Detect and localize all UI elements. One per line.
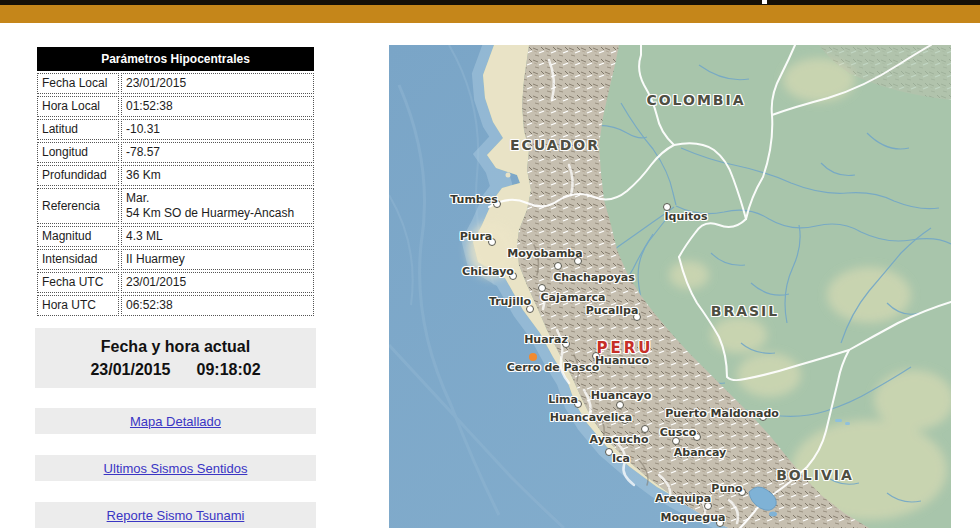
table-row: Referencia Mar. 54 Km SO de Huarmey-Anca… [37, 188, 314, 224]
peru-map: ECUADORCOLOMBIABRASILBOLIVIAPERUTumbesPi… [389, 45, 951, 528]
country-label-colombia: COLOMBIA [646, 92, 745, 108]
hypocentral-parameters-table: Parámetros Hipocentrales Fecha Local 23/… [35, 45, 316, 318]
row-label: Latitud [37, 119, 119, 140]
table-row: Magnitud 4.3 ML [37, 226, 314, 247]
city-label-trujillo: Trujillo [489, 295, 531, 308]
row-value: -10.31 [121, 119, 314, 140]
row-label: Fecha UTC [37, 272, 119, 293]
city-label-huancayo: Huancayo [591, 389, 652, 402]
table-row: Fecha UTC 23/01/2015 [37, 272, 314, 293]
table-title: Parámetros Hipocentrales [37, 47, 314, 71]
row-label: Intensidad [37, 249, 119, 270]
city-dot-moyobamba [554, 262, 562, 270]
city-label-cajamarca: Cajamarca [541, 291, 606, 304]
city-label-chachapoyas: Chachapoyas [553, 271, 635, 284]
nav-link[interactable]: Reporte Sismo Tsunami [107, 508, 245, 523]
city-label-iquitos: Iquitos [665, 210, 708, 223]
row-value: 4.3 ML [121, 226, 314, 247]
nav-link[interactable]: Ultimos Sismos Sentidos [104, 461, 248, 476]
city-label-puno: Puno [711, 482, 742, 495]
city-label-lima: Lima [548, 393, 578, 406]
link-bar: Mapa Detallado [35, 408, 316, 434]
row-label: Hora UTC [37, 295, 119, 316]
city-label-huanuco: Huanuco [595, 354, 649, 367]
datetime-value: 23/01/201509:18:02 [35, 361, 316, 379]
row-value: 36 Km [121, 165, 314, 186]
top-orange-bar [0, 5, 980, 23]
row-value: 23/01/2015 [121, 272, 314, 293]
link-bar: Reporte Sismo Tsunami [35, 502, 316, 528]
city-label-chiclayo: Chiclayo [462, 265, 514, 278]
row-label: Magnitud [37, 226, 119, 247]
table-row: Hora UTC 06:52:38 [37, 295, 314, 316]
city-label-puerto-maldonado: Puerto Maldonado [665, 407, 779, 420]
city-label-huancavelica: Huancavelica [550, 411, 632, 424]
row-label: Fecha Local [37, 73, 119, 94]
row-value: -78.57 [121, 142, 314, 163]
city-label-moyobamba: Moyobamba [507, 247, 582, 260]
city-dot-huancayo [616, 401, 624, 409]
links-column: Mapa Detallado Ultimos Sismos Sentidos R… [35, 408, 316, 528]
table-row: Latitud -10.31 [37, 119, 314, 140]
city-dot-chachapoyas [574, 257, 582, 265]
table-row: Fecha Local 23/01/2015 [37, 73, 314, 94]
table-row: Hora Local 01:52:38 [37, 96, 314, 117]
row-label: Referencia [37, 188, 119, 224]
city-dot-abancay [672, 437, 680, 445]
current-datetime-box: Fecha y hora actual 23/01/201509:18:02 [35, 328, 316, 388]
current-time: 09:18:02 [197, 361, 261, 378]
country-label-brasil: BRASIL [711, 303, 780, 319]
row-label: Hora Local [37, 96, 119, 117]
datetime-heading: Fecha y hora actual [35, 338, 316, 356]
row-label: Profundidad [37, 165, 119, 186]
city-label-moquegua: Moquegua [661, 511, 726, 524]
row-value: 06:52:38 [121, 295, 314, 316]
row-value: 23/01/2015 [121, 73, 314, 94]
city-label-pucallpa: Pucallpa [586, 304, 639, 317]
row-label: Longitud [37, 142, 119, 163]
city-label-piura: Piura [460, 230, 493, 243]
current-date: 23/01/2015 [90, 361, 170, 378]
country-label-bolivia: BOLIVIA [776, 467, 854, 483]
country-label-ecuador: ECUADOR [510, 137, 600, 153]
city-label-tumbes: Tumbes [450, 193, 497, 206]
city-label-huaraz: Huaraz [524, 333, 568, 346]
map-labels-overlay: ECUADORCOLOMBIABRASILBOLIVIAPERUTumbesPi… [389, 45, 951, 528]
link-bar: Ultimos Sismos Sentidos [35, 455, 316, 481]
epicenter-marker [529, 353, 537, 361]
table-row: Longitud -78.57 [37, 142, 314, 163]
seismic-report-page: Parámetros Hipocentrales Fecha Local 23/… [0, 0, 980, 528]
row-value: II Huarmey [121, 249, 314, 270]
city-label-cerro-de-pasco: Cerro de Pasco [507, 361, 600, 374]
text-cursor-mark [762, 0, 767, 4]
city-label-abancay: Abancay [674, 446, 726, 459]
nav-link[interactable]: Mapa Detallado [130, 414, 221, 429]
city-label-arequipa: Arequipa [655, 492, 711, 505]
table-row: Intensidad II Huarmey [37, 249, 314, 270]
city-label-ayacucho: Ayacucho [590, 433, 649, 446]
row-value: 01:52:38 [121, 96, 314, 117]
city-label-ica: Ica [612, 452, 630, 465]
row-value: Mar. 54 Km SO de Huarmey-Ancash [121, 188, 314, 224]
table-row: Profundidad 36 Km [37, 165, 314, 186]
